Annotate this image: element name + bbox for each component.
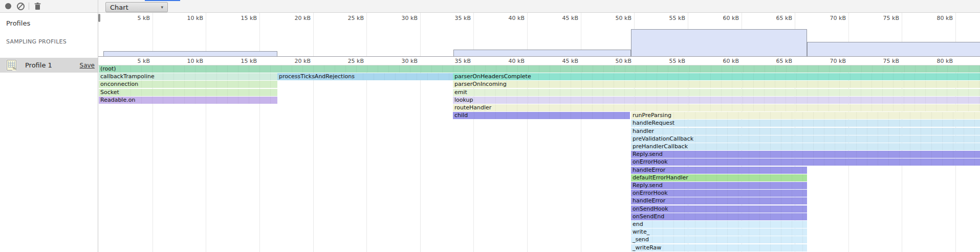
flame-bar-reply-send[interactable]: Reply.send [631,182,807,189]
profiler-toolbar: Chart ▾ [0,0,980,13]
overview-tick-label: 10 kB [187,15,203,21]
flame-bar-send[interactable]: _send [631,236,807,243]
save-profile-link[interactable]: Save [80,62,95,69]
sidebar-item-profile-1[interactable]: % Profile 1 Save [0,58,98,73]
ruler-tick-label: 5 kB [138,58,150,64]
flame-bar-onconnection[interactable]: onconnection [99,81,277,88]
overview-tick-label: 5 kB [138,15,150,21]
flame-bar-child[interactable]: child [453,112,630,119]
flame-bar-writeraw[interactable]: _writeRaw [631,244,807,251]
flame-bar-lookup[interactable]: lookup [453,97,980,104]
clear-icon [17,3,25,10]
overview-tick-label: 40 kB [509,15,525,21]
allocation-chart-area: 5 kB10 kB15 kB20 kB25 kB30 kB35 kB40 kB4… [98,13,980,252]
sidebar-title: Profiles [0,13,98,27]
ruler-tick-label: 55 kB [669,58,685,64]
flame-bar-reply-send[interactable]: Reply.send [631,151,980,158]
flame-bar-end[interactable]: end [631,221,807,228]
overview-step [631,29,807,56]
ruler-tick-label: 25 kB [348,58,364,64]
flame-bar-parseronincoming[interactable]: parserOnIncoming [453,81,980,88]
ruler-tick-label: 80 kB [937,58,953,64]
flame-bar-onsendhook[interactable]: onSendHook [631,205,807,213]
ruler-tick-label: 70 kB [830,58,846,64]
flame-bar-runpreparsing[interactable]: runPreParsing [631,112,980,119]
overview-step [807,42,980,56]
trash-icon [34,3,41,10]
flame-bar-defaulterrorhandler[interactable]: defaultErrorHandler [631,174,807,181]
flame-bar-routehandler[interactable]: routeHandler [453,104,980,111]
flame-bar-onerrorhook[interactable]: onErrorHook [631,190,807,197]
overview-step [103,51,277,56]
flame-bar-handleerror[interactable]: handleError [631,197,807,204]
overview-tick-label: 55 kB [669,15,685,21]
flame-bar-processticksandrejections[interactable]: processTicksAndRejections [277,73,453,80]
ruler-tick-label: 75 kB [883,58,899,64]
flame-bar-socket[interactable]: Socket [99,89,277,96]
overview-tick-label: 80 kB [937,15,953,21]
overview-tick-label: 35 kB [455,15,471,21]
flame-bar-prevalidationcallback[interactable]: preValidationCallback [631,135,980,143]
flame-chart: (root)callbackTrampolineprocessTicksAndR… [98,65,980,252]
chevron-down-icon: ▾ [161,5,163,10]
overview-tick-label: 50 kB [616,15,631,21]
profile-name: Profile 1 [25,61,52,69]
clear-button[interactable] [14,0,27,12]
flame-bar-emit[interactable]: emit [453,89,980,96]
overview-scrollbar-thumb[interactable] [98,14,100,22]
flame-bar-handlerequest[interactable]: handleRequest [631,120,980,127]
flame-bar-onerrorhook[interactable]: onErrorHook [631,158,980,166]
view-mode-value: Chart [110,4,128,11]
devtools-sampling-profiler-panel: Chart ▾ Profiles SAMPLING PROFILES % Pro… [0,0,980,252]
active-tab-indicator [145,0,180,1]
toolbar-separator [29,3,29,10]
flame-bar-handleerror[interactable]: handleError [631,167,807,174]
ruler-tick-label: 35 kB [455,58,471,64]
record-icon [5,3,11,9]
flame-bar-callbacktrampoline[interactable]: callbackTrampoline [99,73,277,80]
toolbar-left-group [0,0,98,12]
memory-overview-pane[interactable]: 5 kB10 kB15 kB20 kB25 kB30 kB35 kB40 kB4… [98,13,980,57]
ruler-tick-label: 15 kB [241,58,257,64]
profiles-sidebar: Profiles SAMPLING PROFILES % Profile 1 S… [0,13,98,252]
flame-chart-ruler: 5 kB10 kB15 kB20 kB25 kB30 kB35 kB40 kB4… [98,57,980,65]
record-button[interactable] [2,0,14,12]
overview-tick-label: 25 kB [348,15,364,21]
overview-tick-label: 45 kB [562,15,578,21]
overview-tick-label: 15 kB [241,15,257,21]
ruler-tick-label: 60 kB [723,58,739,64]
flame-bar-parseronheaderscomplete[interactable]: parserOnHeadersComplete [453,73,980,80]
flame-bar-root[interactable]: (root) [99,65,980,73]
sampling-profiles-section-header: SAMPLING PROFILES [0,27,98,45]
overview-step [453,50,631,56]
ruler-tick-label: 40 kB [509,58,525,64]
profile-document-icon: % [7,60,16,71]
overview-tick-label: 70 kB [830,15,846,21]
ruler-tick-label: 45 kB [562,58,578,64]
view-mode-select[interactable]: Chart ▾ [105,2,168,12]
ruler-tick-label: 30 kB [402,58,418,64]
overview-tick-label: 75 kB [883,15,899,21]
overview-tick-label: 65 kB [776,15,792,21]
ruler-tick-label: 10 kB [187,58,203,64]
ruler-tick-label: 65 kB [776,58,792,64]
ruler-tick-label: 50 kB [616,58,631,64]
ruler-tick-label: 20 kB [295,58,311,64]
flame-bar-handler[interactable]: handler [631,128,980,135]
flame-bar-readable-on[interactable]: Readable.on [99,97,277,104]
flame-bar-write[interactable]: write_ [631,228,807,236]
flame-bar-onsendend[interactable]: onSendEnd [631,213,807,220]
overview-tick-label: 30 kB [402,15,418,21]
overview-tick-label: 20 kB [295,15,311,21]
flame-bar-prehandlercallback[interactable]: preHandlerCallback [631,143,980,150]
overview-tick-label: 60 kB [723,15,739,21]
delete-profile-button[interactable] [31,0,43,12]
